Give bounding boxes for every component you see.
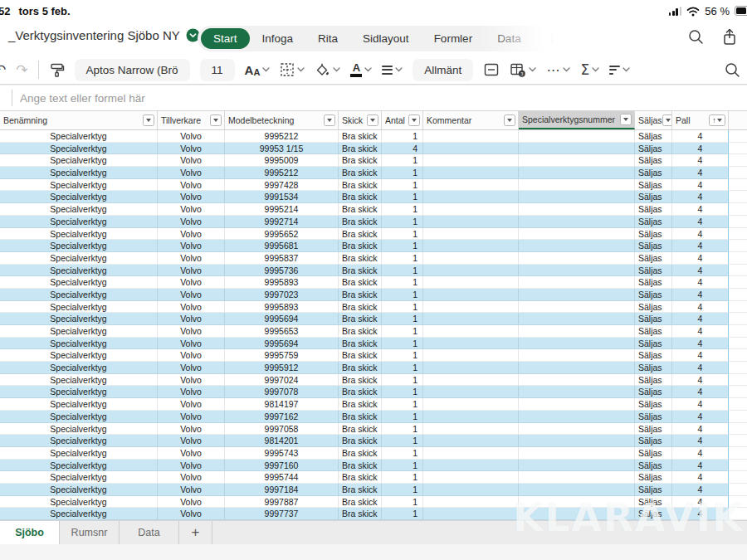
- cell-kommentar[interactable]: [423, 130, 519, 143]
- cell-benamning[interactable]: Specialverktyg: [0, 398, 158, 411]
- cell-specialverktygsnummer[interactable]: [519, 130, 635, 143]
- cell-saljas[interactable]: Säljas: [635, 228, 672, 241]
- cell-skick[interactable]: Bra skick: [339, 411, 382, 423]
- cell-benamning[interactable]: Specialverktyg: [0, 240, 158, 252]
- cell-skick[interactable]: Bra skick: [339, 460, 382, 472]
- cell-modelbeteckning[interactable]: 9995694: [225, 338, 339, 350]
- cell-saljas[interactable]: Säljas: [635, 191, 672, 203]
- table-row[interactable]: Specialverktyg Volvo 9991534 Bra skick 1…: [0, 191, 747, 203]
- cell-saljas[interactable]: Säljas: [635, 435, 672, 447]
- cell-kommentar[interactable]: [423, 423, 519, 436]
- cell-antal[interactable]: 1: [382, 447, 423, 460]
- cell-antal[interactable]: 1: [382, 191, 423, 203]
- table-row[interactable]: Specialverktyg Volvo 9997078 Bra skick 1…: [0, 386, 747, 398]
- cell-pall[interactable]: 4: [672, 276, 729, 289]
- cell-saljas[interactable]: Säljas: [635, 398, 672, 411]
- cell-pall[interactable]: 4: [672, 216, 729, 228]
- cell-specialverktygsnummer[interactable]: [519, 289, 635, 301]
- column-header-benamning[interactable]: Benämning: [0, 111, 158, 129]
- table-row[interactable]: Specialverktyg Volvo 9995212 Bra skick 1…: [0, 130, 747, 143]
- cell-benamning[interactable]: Specialverktyg: [0, 374, 158, 387]
- cell-saljas[interactable]: Säljas: [635, 289, 672, 301]
- table-row[interactable]: Specialverktyg Volvo 9997162 Bra skick 1…: [0, 411, 747, 423]
- cell-tillverkare[interactable]: Volvo: [158, 240, 225, 252]
- cell-benamning[interactable]: Specialverktyg: [0, 143, 158, 155]
- cell-modelbeteckning[interactable]: 9814197: [225, 398, 339, 411]
- cell-tillverkare[interactable]: Volvo: [158, 349, 225, 362]
- cell-specialverktygsnummer[interactable]: [519, 216, 635, 228]
- cell-benamning[interactable]: Specialverktyg: [0, 423, 158, 436]
- cell-benamning[interactable]: Specialverktyg: [0, 252, 158, 265]
- tab-formler[interactable]: Formler: [422, 28, 486, 49]
- cell-specialverktygsnummer[interactable]: [519, 276, 635, 289]
- workbook-title[interactable]: _Verktygsinventering Sjöbo NY: [8, 28, 200, 42]
- cell-antal[interactable]: 1: [382, 386, 423, 398]
- cell-tillverkare[interactable]: Volvo: [158, 338, 225, 350]
- cell-pall[interactable]: 4: [672, 240, 729, 252]
- sort-and-filter-applied-icon[interactable]: ↑: [709, 114, 725, 126]
- table-row[interactable]: Specialverktyg Volvo 9995694 Bra skick 1…: [0, 313, 747, 325]
- table-row[interactable]: Specialverktyg Volvo 9995652 Bra skick 1…: [0, 228, 747, 241]
- cell-kommentar[interactable]: [423, 301, 519, 314]
- cell-tillverkare[interactable]: Volvo: [158, 423, 225, 436]
- cell-skick[interactable]: Bra skick: [339, 301, 382, 314]
- table-row[interactable]: Specialverktyg Volvo 9995653 Bra skick 1…: [0, 325, 747, 338]
- table-row[interactable]: Specialverktyg Volvo 9997058 Bra skick 1…: [0, 423, 747, 436]
- cell-specialverktygsnummer[interactable]: [519, 143, 635, 155]
- cell-pall[interactable]: 4: [672, 362, 729, 374]
- cell-pall[interactable]: 4: [672, 447, 729, 460]
- cell-antal[interactable]: 1: [382, 240, 423, 252]
- cell-antal[interactable]: 1: [382, 252, 423, 265]
- filter-dropdown-icon[interactable]: [367, 114, 378, 126]
- cell-saljas[interactable]: Säljas: [635, 203, 672, 216]
- cell-modelbeteckning[interactable]: 9995009: [225, 154, 339, 167]
- cell-skick[interactable]: Bra skick: [339, 216, 382, 228]
- cell-modelbeteckning[interactable]: 9997023: [225, 289, 339, 301]
- cell-antal[interactable]: 1: [382, 276, 423, 289]
- cell-tillverkare[interactable]: Volvo: [158, 496, 225, 509]
- cell-tillverkare[interactable]: Volvo: [158, 143, 225, 155]
- cell-skick[interactable]: Bra skick: [339, 179, 382, 192]
- cell-antal[interactable]: 1: [382, 423, 423, 436]
- cell-skick[interactable]: Bra skick: [339, 276, 382, 289]
- redo-icon[interactable]: ↷: [16, 63, 27, 77]
- sort-filter-dropdown[interactable]: [609, 63, 630, 76]
- borders-dropdown[interactable]: [280, 62, 305, 77]
- cell-specialverktygsnummer[interactable]: [519, 460, 635, 472]
- cell-tillverkare[interactable]: Volvo: [158, 154, 225, 167]
- sheet-tab-rumsnr[interactable]: Rumsnr: [60, 521, 120, 544]
- cell-kommentar[interactable]: [423, 252, 519, 265]
- cell-kommentar[interactable]: [423, 362, 519, 374]
- cell-kommentar[interactable]: [423, 203, 519, 216]
- cell-benamning[interactable]: Specialverktyg: [0, 338, 158, 350]
- cell-tillverkare[interactable]: Volvo: [158, 252, 225, 265]
- cell-kommentar[interactable]: [423, 435, 519, 447]
- cell-skick[interactable]: Bra skick: [339, 435, 382, 447]
- cell-tillverkare[interactable]: Volvo: [158, 374, 225, 387]
- column-header-kommentar[interactable]: Kommentar: [423, 111, 519, 129]
- cell-modelbeteckning[interactable]: 9995736: [225, 265, 339, 277]
- cell-antal[interactable]: 1: [382, 203, 423, 216]
- cell-pall[interactable]: 4: [672, 423, 729, 436]
- cell-modelbeteckning[interactable]: 9995893: [225, 276, 339, 289]
- cell-benamning[interactable]: Specialverktyg: [0, 386, 158, 398]
- cell-kommentar[interactable]: [423, 325, 519, 338]
- cell-tillverkare[interactable]: Volvo: [158, 216, 225, 228]
- cell-modelbeteckning[interactable]: 9997428: [225, 179, 339, 192]
- cell-saljas[interactable]: Säljas: [635, 179, 672, 192]
- cell-kommentar[interactable]: [423, 398, 519, 411]
- cell-saljas[interactable]: Säljas: [635, 276, 672, 289]
- cell-tillverkare[interactable]: Volvo: [158, 484, 225, 496]
- cell-pall[interactable]: 4: [672, 154, 729, 167]
- cell-antal[interactable]: 1: [382, 216, 423, 228]
- column-header-skick[interactable]: Skick: [339, 111, 382, 129]
- tab-infoga[interactable]: Infoga: [250, 28, 306, 49]
- cell-antal[interactable]: 1: [382, 508, 423, 520]
- cell-benamning[interactable]: Specialverktyg: [0, 276, 158, 289]
- cell-pall[interactable]: 4: [672, 252, 729, 265]
- cell-saljas[interactable]: Säljas: [635, 362, 672, 374]
- tab-data[interactable]: Data: [485, 28, 534, 49]
- cell-pall[interactable]: 4: [672, 313, 729, 325]
- cell-skick[interactable]: Bra skick: [339, 130, 382, 143]
- cell-specialverktygsnummer[interactable]: [519, 301, 635, 314]
